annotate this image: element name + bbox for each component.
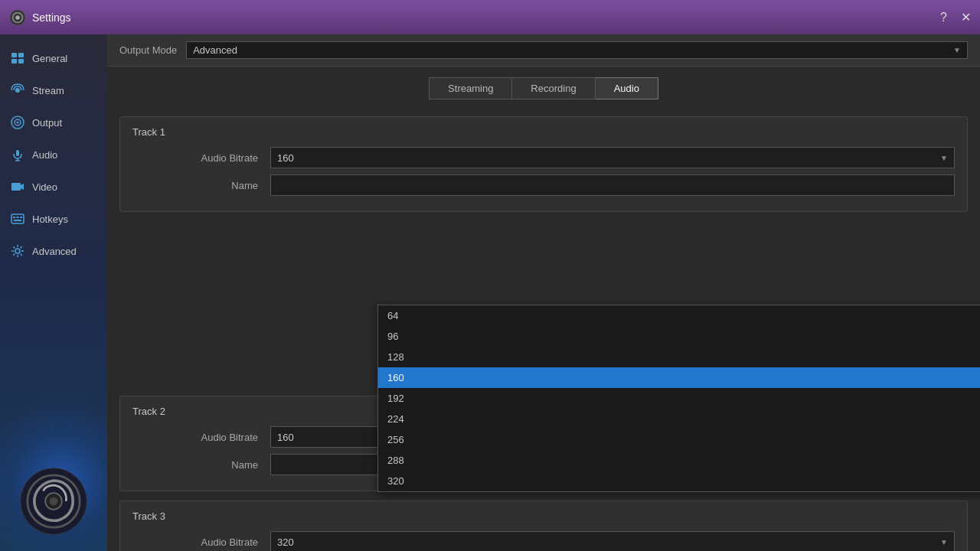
tab-audio[interactable]: Audio bbox=[596, 77, 658, 99]
output-mode-value: Advanced bbox=[193, 44, 237, 56]
svg-point-7 bbox=[15, 88, 20, 93]
titlebar: Settings ? ✕ bbox=[0, 0, 980, 34]
advanced-icon bbox=[9, 243, 26, 259]
dropdown-option-96[interactable]: 96 bbox=[378, 326, 980, 347]
dropdown-option-288[interactable]: 288 bbox=[378, 450, 980, 471]
svg-rect-14 bbox=[11, 183, 21, 191]
track3-bitrate-select[interactable]: 320 ▼ bbox=[270, 531, 955, 551]
stream-icon bbox=[9, 82, 26, 99]
output-mode-select[interactable]: Advanced ▼ bbox=[186, 41, 968, 59]
scroll-content[interactable]: Track 1 Audio Bitrate 160 ▼ Name 64 96 1… bbox=[107, 107, 980, 551]
svg-rect-11 bbox=[16, 150, 19, 156]
dropdown-option-320[interactable]: 320 bbox=[378, 471, 980, 491]
sidebar-item-audio[interactable]: Audio bbox=[0, 139, 107, 171]
sidebar-item-output[interactable]: Output bbox=[0, 106, 107, 139]
tabs-bar: Streaming Recording Audio bbox=[107, 67, 980, 107]
svg-rect-5 bbox=[11, 59, 17, 64]
main-layout: General Stream O bbox=[0, 34, 980, 551]
track1-bitrate-label: Audio Bitrate bbox=[132, 152, 270, 164]
sidebar-label-stream: Stream bbox=[32, 85, 64, 96]
hotkeys-icon bbox=[9, 210, 26, 227]
track1-name-label: Name bbox=[132, 180, 270, 191]
dropdown-option-224[interactable]: 224 bbox=[378, 409, 980, 429]
svg-rect-17 bbox=[13, 217, 15, 218]
svg-point-21 bbox=[15, 249, 20, 253]
output-mode-label: Output Mode bbox=[119, 44, 177, 56]
app-title: Settings bbox=[32, 11, 940, 24]
svg-rect-19 bbox=[20, 217, 22, 218]
svg-rect-20 bbox=[14, 220, 21, 221]
dropdown-option-256[interactable]: 256 bbox=[378, 429, 980, 450]
svg-rect-18 bbox=[17, 217, 19, 218]
svg-rect-16 bbox=[11, 214, 24, 223]
audio-icon bbox=[9, 146, 26, 163]
track3-bitrate-value: 320 bbox=[277, 536, 294, 548]
close-button[interactable]: ✕ bbox=[961, 11, 971, 24]
track1-bitrate-arrow: ▼ bbox=[940, 154, 948, 162]
svg-marker-15 bbox=[21, 184, 24, 190]
output-icon bbox=[9, 114, 26, 131]
output-mode-arrow: ▼ bbox=[953, 46, 961, 54]
track1-section: Track 1 Audio Bitrate 160 ▼ Name bbox=[119, 116, 968, 212]
track2-bitrate-value: 160 bbox=[277, 432, 294, 443]
track1-name-row: Name bbox=[132, 174, 955, 196]
general-icon bbox=[9, 50, 26, 67]
track1-name-input[interactable] bbox=[270, 174, 955, 196]
svg-point-25 bbox=[50, 497, 58, 506]
svg-rect-4 bbox=[18, 53, 24, 57]
obs-logo bbox=[19, 467, 88, 536]
dropdown-option-64[interactable]: 64 bbox=[378, 305, 980, 326]
sidebar-item-hotkeys[interactable]: Hotkeys bbox=[0, 203, 107, 235]
sidebar-item-stream[interactable]: Stream bbox=[0, 74, 107, 106]
track1-bitrate-select[interactable]: 160 ▼ bbox=[270, 147, 955, 168]
sidebar-item-advanced[interactable]: Advanced bbox=[0, 235, 107, 267]
track1-bitrate-value: 160 bbox=[277, 152, 294, 164]
sidebar-item-general[interactable]: General bbox=[0, 42, 107, 74]
svg-point-2 bbox=[15, 15, 20, 20]
track1-title: Track 1 bbox=[132, 126, 955, 138]
sidebar-label-audio: Audio bbox=[32, 149, 57, 161]
track3-bitrate-label: Audio Bitrate bbox=[132, 536, 270, 548]
video-icon bbox=[9, 178, 26, 195]
track3-bitrate-row: Audio Bitrate 320 ▼ bbox=[132, 531, 955, 551]
window-controls: ? ✕ bbox=[940, 11, 971, 24]
track2-name-label: Name bbox=[132, 459, 270, 471]
tab-streaming[interactable]: Streaming bbox=[429, 77, 511, 99]
sidebar: General Stream O bbox=[0, 34, 107, 551]
track2-bitrate-label: Audio Bitrate bbox=[132, 432, 270, 443]
svg-rect-3 bbox=[11, 53, 17, 57]
sidebar-label-hotkeys: Hotkeys bbox=[32, 214, 68, 225]
track3-title: Track 3 bbox=[132, 510, 955, 522]
sidebar-label-general: General bbox=[32, 53, 67, 64]
svg-rect-6 bbox=[18, 59, 24, 64]
app-icon bbox=[9, 9, 26, 26]
dropdown-option-160[interactable]: 160 bbox=[378, 367, 980, 388]
content-area: Output Mode Advanced ▼ Streaming Recordi… bbox=[107, 34, 980, 551]
sidebar-item-video[interactable]: Video bbox=[0, 171, 107, 203]
tab-recording[interactable]: Recording bbox=[511, 77, 595, 99]
help-button[interactable]: ? bbox=[940, 11, 947, 24]
svg-point-10 bbox=[17, 122, 19, 124]
dropdown-option-128[interactable]: 128 bbox=[378, 347, 980, 367]
sidebar-label-output: Output bbox=[32, 117, 62, 129]
track3-section: Track 3 Audio Bitrate 320 ▼ Name bbox=[119, 500, 968, 551]
dropdown-option-192[interactable]: 192 bbox=[378, 388, 980, 409]
track1-bitrate-row: Audio Bitrate 160 ▼ bbox=[132, 147, 955, 168]
sidebar-label-video: Video bbox=[32, 181, 57, 193]
bitrate-dropdown[interactable]: 64 96 128 160 192 224 256 288 320 bbox=[377, 305, 980, 492]
output-mode-bar: Output Mode Advanced ▼ bbox=[107, 34, 980, 67]
track3-bitrate-arrow: ▼ bbox=[940, 538, 948, 546]
sidebar-label-advanced: Advanced bbox=[32, 246, 77, 257]
